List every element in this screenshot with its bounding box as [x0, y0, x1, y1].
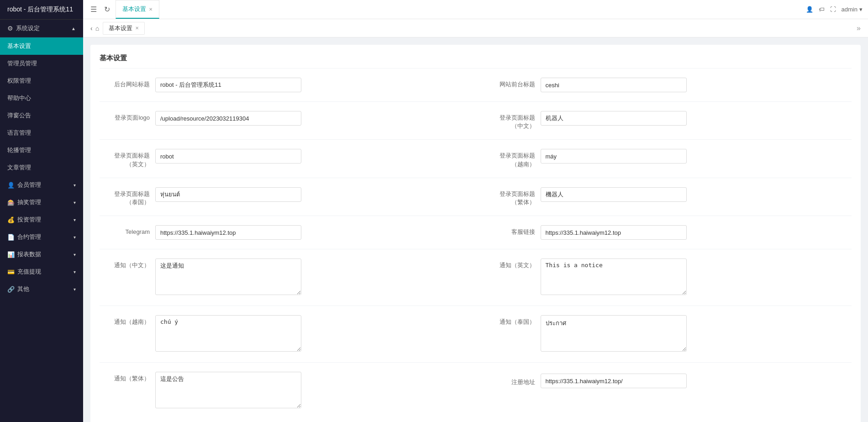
sidebar-item-language[interactable]: 语言管理: [0, 124, 83, 142]
notice-en-input-wrapper: This is a notice: [541, 258, 687, 296]
register-url-label: 注册地址: [485, 375, 535, 386]
login-logo-input[interactable]: [155, 111, 301, 126]
login-title-tw-input[interactable]: [541, 187, 687, 202]
login-title-zh-label: 登录页面标题（中文）: [485, 111, 535, 130]
recharge-icon: 💳: [7, 269, 15, 275]
form-col-notice-th: 通知（泰国） ประกาศ: [485, 315, 852, 353]
admin-chevron-icon: ▾: [859, 6, 863, 13]
chevron-up-icon: ▲: [71, 26, 76, 31]
lottery-icon: 🎰: [7, 199, 15, 206]
breadcrumb-tab-label: 基本设置: [109, 24, 132, 32]
chevron-down-icon: ▾: [74, 287, 76, 292]
login-title-zh-input[interactable]: [541, 111, 687, 126]
other-icon: 🔗: [7, 286, 15, 293]
sidebar-group-recharge[interactable]: 💳 充值提现 ▾: [0, 263, 83, 280]
login-title-en-input[interactable]: [155, 149, 301, 164]
divider-3: [100, 178, 852, 178]
refresh-icon[interactable]: ↻: [102, 3, 112, 16]
divider-5: [100, 249, 852, 249]
notice-vn-textarea[interactable]: chú ý: [155, 315, 301, 352]
home-icon[interactable]: ⌂: [95, 25, 99, 32]
notice-en-textarea[interactable]: This is a notice: [541, 258, 687, 295]
tag-icon[interactable]: 🏷: [819, 6, 825, 13]
tab-close-icon[interactable]: ✕: [149, 7, 153, 12]
sidebar-group-lottery[interactable]: 🎰 抽奖管理 ▾: [0, 194, 83, 211]
tab-basic-settings[interactable]: 基本设置 ✕: [116, 0, 159, 19]
sidebar-system-setting[interactable]: ⚙ 系统设定 ▲: [0, 20, 83, 37]
sidebar-group-investment[interactable]: 💰 投资管理 ▾: [0, 211, 83, 228]
sidebar-group-member[interactable]: 👤 会员管理 ▾: [0, 176, 83, 194]
fullscreen-icon[interactable]: ⛶: [830, 6, 836, 13]
breadcrumb-tab-bar: 基本设置 ✕: [103, 22, 145, 35]
tab-bar: 基本设置 ✕: [116, 0, 802, 19]
collapse-icon[interactable]: ☰: [89, 3, 99, 16]
notice-th-textarea[interactable]: ประกาศ: [541, 315, 687, 352]
telegram-label: Telegram: [100, 225, 150, 236]
sidebar-item-label: 基本设置: [7, 42, 31, 49]
breadcrumb-right-chevron[interactable]: »: [857, 24, 861, 32]
form-col-backend-title: 后台网站标题: [100, 78, 467, 92]
notice-tw-textarea[interactable]: 這是公告: [155, 372, 301, 408]
notice-vn-input-wrapper: chú ý: [155, 315, 301, 353]
member-icon: 👤: [7, 182, 15, 189]
form-row-notice-tw-register: 通知（繁体） 這是公告 注册地址: [100, 372, 852, 410]
customer-service-label: 客服链接: [485, 225, 535, 236]
register-url-input-wrapper: [541, 374, 687, 388]
backend-title-input-wrapper: [155, 78, 301, 92]
login-title-zh-input-wrapper: [541, 111, 687, 126]
sidebar-group-contract[interactable]: 📄 合约管理 ▾: [0, 228, 83, 246]
sidebar-item-article[interactable]: 文章管理: [0, 159, 83, 176]
sidebar-item-label: 管理员管理: [7, 60, 37, 67]
chevron-down-icon: ▾: [74, 252, 76, 257]
form-col-notice-vn: 通知（越南） chú ý: [100, 315, 467, 353]
form-col-login-title-th: 登录页面标题（泰国）: [100, 187, 467, 206]
login-title-th-input-wrapper: [155, 187, 301, 202]
topbar-left: ☰ ↻: [89, 3, 112, 16]
sidebar-item-carousel[interactable]: 轮播管理: [0, 142, 83, 159]
frontend-title-input-wrapper: [541, 78, 687, 92]
sidebar-item-popup[interactable]: 弹窗公告: [0, 107, 83, 124]
customer-service-input[interactable]: [541, 225, 687, 240]
notice-zh-textarea[interactable]: 这是通知: [155, 258, 301, 295]
login-title-th-input[interactable]: [155, 187, 301, 202]
telegram-input-wrapper: [155, 225, 301, 240]
form-row-login-titles-en-vn: 登录页面标题（英文） 登录页面标题（越南）: [100, 149, 852, 168]
sidebar-item-help-center[interactable]: 帮助中心: [0, 90, 83, 107]
form-row-telegram: Telegram 客服链接: [100, 225, 852, 240]
chevron-down-icon: ▾: [74, 200, 76, 205]
form-row-notice-vn-th: 通知（越南） chú ý 通知（泰国） ประกาศ: [100, 315, 852, 353]
frontend-title-input[interactable]: [541, 78, 687, 92]
form-row-login-titles-th-tw: 登录页面标题（泰国） 登录页面标题（繁体）: [100, 187, 852, 206]
admin-menu[interactable]: admin ▾: [842, 6, 863, 13]
breadcrumb-tab-close-icon[interactable]: ✕: [135, 26, 139, 31]
login-title-vn-input[interactable]: [541, 149, 687, 164]
notice-en-label: 通知（英文）: [485, 258, 535, 269]
sidebar-item-basic-settings[interactable]: 基本设置: [0, 37, 83, 55]
report-icon: 📊: [7, 251, 15, 258]
login-logo-input-wrapper: [155, 111, 301, 126]
user-circle-icon[interactable]: 👤: [806, 6, 813, 13]
sidebar-item-label: 文章管理: [7, 164, 31, 171]
register-url-input[interactable]: [541, 374, 687, 388]
sidebar-group-other[interactable]: 🔗 其他 ▾: [0, 280, 83, 298]
form-col-frontend-title: 网站前台标题: [485, 78, 852, 92]
notice-zh-label: 通知（中文）: [100, 258, 150, 269]
sidebar-item-permission-manage[interactable]: 权限管理: [0, 72, 83, 90]
login-title-en-input-wrapper: [155, 149, 301, 164]
sidebar-item-admin-manage[interactable]: 管理员管理: [0, 55, 83, 72]
login-title-th-label: 登录页面标题（泰国）: [100, 187, 150, 206]
telegram-input[interactable]: [155, 225, 301, 240]
form-col-notice-tw: 通知（繁体） 這是公告: [100, 372, 467, 410]
form-col-register-url: 注册地址: [485, 372, 852, 388]
frontend-title-label: 网站前台标题: [485, 78, 535, 89]
form-col-login-title-vn: 登录页面标题（越南）: [485, 149, 852, 168]
login-title-vn-input-wrapper: [541, 149, 687, 164]
login-title-tw-input-wrapper: [541, 187, 687, 202]
breadcrumb-tab-basic-settings[interactable]: 基本设置 ✕: [103, 22, 145, 35]
sidebar-group-report[interactable]: 📊 报表数据 ▾: [0, 246, 83, 263]
backend-title-input[interactable]: [155, 78, 301, 92]
form-col-login-logo: 登录页面logo: [100, 111, 467, 126]
back-icon[interactable]: ‹: [90, 25, 93, 32]
sidebar-item-label: 轮播管理: [7, 147, 31, 153]
form-col-telegram: Telegram: [100, 225, 467, 240]
